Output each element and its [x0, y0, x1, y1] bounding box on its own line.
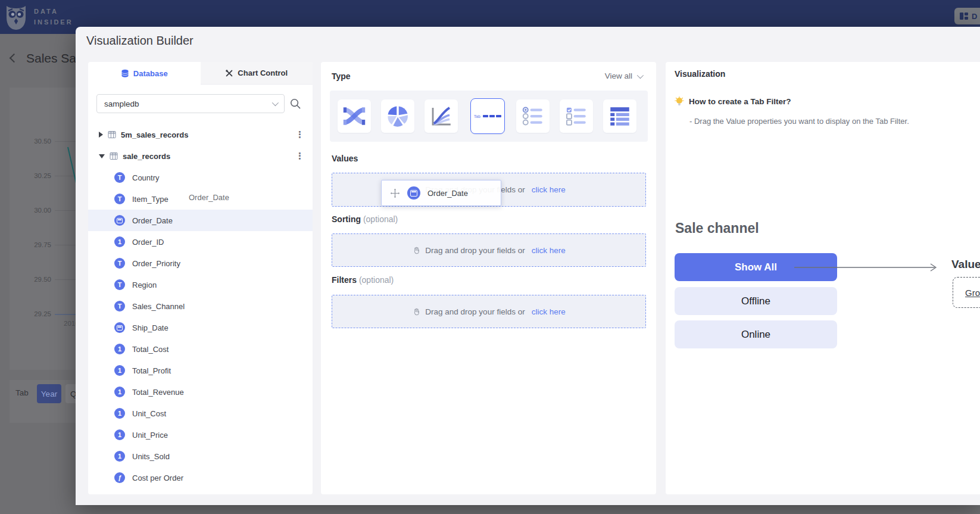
- database-select[interactable]: sampledb: [96, 94, 285, 113]
- date-field-icon: [114, 215, 125, 226]
- field-name: Order_Date: [132, 216, 173, 225]
- background-chart-card: 30.50 30.25 30.00 29.75 29.50 29.25 2010: [10, 88, 76, 370]
- annotation-group-box: Group: [953, 277, 980, 308]
- tip-title: How to create a Tab Filter?: [689, 97, 791, 106]
- tab-database[interactable]: Database: [88, 62, 201, 85]
- optional-suffix: (optional): [363, 214, 398, 224]
- tab-year-button[interactable]: Year: [37, 384, 61, 403]
- table-name: 5m_sales_records: [121, 130, 188, 139]
- line-series: [10, 88, 76, 370]
- database-icon: [121, 69, 129, 78]
- field-name: Total_Profit: [132, 366, 171, 375]
- checkbox-list-icon: [564, 104, 589, 129]
- dashboard-button-label: D: [972, 12, 977, 21]
- table-icon: [108, 130, 116, 139]
- lightbulb-icon: [675, 96, 684, 107]
- field-row-units-sold[interactable]: Units_Sold: [88, 446, 313, 467]
- chart-type-tab-filter-selected[interactable]: Tab: [470, 98, 505, 134]
- chart-type-line[interactable]: [425, 99, 458, 133]
- number-field-icon: [114, 451, 125, 462]
- field-row-sales-channel[interactable]: Sales_Channel: [88, 295, 313, 317]
- field-name: Total_Cost: [132, 345, 168, 354]
- tab-chart-control[interactable]: Chart Control: [201, 62, 313, 85]
- sankey-chart-icon: [342, 104, 367, 129]
- tab-database-label: Database: [133, 69, 168, 78]
- database-panel: Database Chart Control sampledb: [88, 62, 313, 494]
- chart-type-radio-list[interactable]: [516, 99, 550, 133]
- text-field-icon: [114, 301, 125, 311]
- table-row-sale-records[interactable]: sale_records ⋮: [88, 145, 313, 167]
- drag-chip-label: Order_Date: [427, 189, 468, 198]
- filters-section-label: Filters (optional): [332, 275, 394, 285]
- formula-field-icon: [114, 472, 125, 483]
- tip-row: How to create a Tab Filter?: [675, 96, 791, 107]
- field-row-unit-price[interactable]: Unit_Price: [88, 424, 313, 446]
- chart-type-pie[interactable]: [381, 99, 414, 133]
- table-menu-icon[interactable]: ⋮: [295, 151, 304, 161]
- visualization-builder-modal: Visualization Builder Database: [76, 27, 980, 505]
- field-name: Country: [132, 173, 160, 182]
- online-button[interactable]: Online: [675, 320, 837, 348]
- line-chart-icon: [429, 104, 454, 129]
- number-field-icon: [114, 365, 125, 376]
- field-name: Item_Type: [132, 195, 168, 204]
- chart-type-sankey[interactable]: [338, 99, 371, 133]
- field-row-region[interactable]: Region: [88, 274, 313, 295]
- dropzone-click-here-link[interactable]: click here: [532, 185, 566, 194]
- table-menu-icon[interactable]: ⋮: [295, 129, 304, 140]
- text-field-icon: [114, 279, 125, 290]
- field-row-cost-per-order[interactable]: Cost per Order: [88, 467, 313, 488]
- tab-filter-icon: Tab: [474, 114, 480, 119]
- dashboard-nav-button[interactable]: D: [954, 8, 980, 24]
- field-row-total-profit[interactable]: Total_Profit: [88, 360, 313, 381]
- view-all-button[interactable]: View all: [605, 71, 642, 80]
- tab-prefix-label: Tab: [15, 388, 29, 397]
- modal-title: Visualization Builder: [86, 34, 193, 48]
- drag-hand-icon: [412, 246, 421, 255]
- dropzone-click-here-link[interactable]: click here: [532, 246, 566, 255]
- chart-type-table[interactable]: [603, 99, 636, 133]
- database-select-value: sampledb: [104, 99, 139, 108]
- field-row-order-priority[interactable]: Order_Priority: [88, 253, 313, 274]
- table-row-5m-sales-records[interactable]: 5m_sales_records ⋮: [88, 124, 313, 145]
- move-icon: [390, 188, 400, 198]
- expand-collapsed-icon[interactable]: [99, 132, 103, 138]
- dropzone-click-here-link[interactable]: click here: [532, 307, 566, 316]
- text-field-icon: [114, 172, 125, 183]
- field-row-total-revenue[interactable]: Total_Revenue: [88, 381, 313, 403]
- field-row-total-cost[interactable]: Total_Cost: [88, 338, 313, 360]
- dragged-field-chip[interactable]: Order_Date: [381, 180, 501, 206]
- widget-title: Sale channel: [675, 220, 759, 236]
- sorting-section-label: Sorting (optional): [332, 214, 398, 224]
- field-row-order-id[interactable]: Order_ID: [88, 231, 313, 253]
- date-field-icon: [407, 186, 420, 200]
- expand-expanded-icon[interactable]: [99, 154, 105, 158]
- field-name: Unit_Price: [132, 431, 168, 440]
- field-row-unit-cost[interactable]: Unit_Cost: [88, 403, 313, 424]
- tools-icon: [225, 69, 233, 77]
- field-row-ship-date[interactable]: Ship_Date: [88, 317, 313, 338]
- annotation-group-label: Group: [965, 288, 980, 298]
- values-section-label: Values: [332, 154, 358, 163]
- tab-quarter-button[interactable]: Qu: [65, 384, 76, 403]
- number-field-icon: [114, 236, 125, 247]
- table-name: sale_records: [123, 152, 170, 161]
- field-name: Sales_Channel: [132, 302, 185, 311]
- filters-dropzone[interactable]: Drag and drop your fields or click here: [332, 295, 646, 328]
- table-chart-icon: [607, 104, 632, 129]
- offline-button[interactable]: Offline: [675, 287, 837, 315]
- dropzone-text: Drag and drop your fields or: [425, 246, 525, 255]
- date-field-icon: [114, 322, 125, 333]
- owl-logo-icon: [5, 3, 27, 30]
- radio-list-icon: [520, 104, 545, 129]
- number-field-icon: [114, 429, 125, 440]
- search-icon[interactable]: [289, 98, 301, 110]
- field-name: Order_ID: [132, 238, 164, 247]
- panel-tabs: Database Chart Control: [88, 62, 313, 85]
- sorting-dropzone[interactable]: Drag and drop your fields or click here: [332, 233, 646, 267]
- field-name: Unit_Cost: [132, 409, 166, 418]
- field-row-country[interactable]: Country: [88, 167, 313, 188]
- chart-type-checkbox-list[interactable]: [560, 99, 593, 133]
- field-row-order-date[interactable]: Order_Date: [88, 210, 313, 231]
- page-title: Sales Sa: [26, 51, 76, 66]
